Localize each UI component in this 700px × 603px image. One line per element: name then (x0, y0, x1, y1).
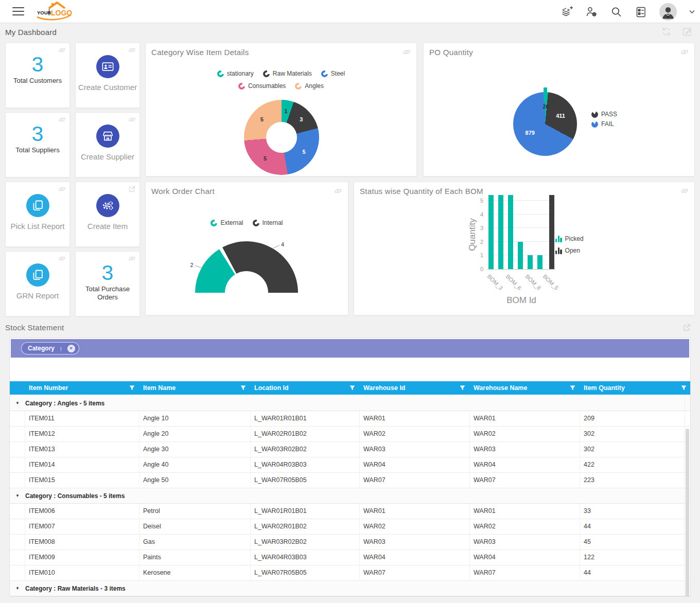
column-header-warehouse-id[interactable]: Warehouse Id (360, 381, 470, 395)
filter-icon[interactable] (349, 385, 355, 391)
column-header-item-quantity[interactable]: Item Quantity (580, 381, 691, 395)
link-icon[interactable] (334, 187, 342, 195)
gridline (487, 227, 555, 228)
legend-item[interactable]: Raw Materials (263, 70, 312, 77)
table-cell: ITEM008 (25, 535, 139, 549)
legend-item[interactable]: Steel (321, 70, 345, 77)
column-header-item-name[interactable]: Item Name (139, 381, 251, 395)
group-by-bar[interactable]: Category ↑ ✕ (11, 339, 689, 358)
group-chip-category[interactable]: Category ↑ ✕ (21, 342, 79, 354)
count-value: 3 (6, 54, 69, 75)
filter-icon[interactable] (460, 385, 465, 391)
filter-icon[interactable] (570, 385, 575, 391)
table-cell: 44 (580, 519, 691, 534)
group-label: Category : Raw Materials - 3 items (25, 585, 126, 592)
table-cell: ITEM007 (25, 519, 139, 534)
avatar[interactable] (659, 3, 677, 21)
legend-item[interactable]: Picked (555, 235, 584, 242)
column-header-location-id[interactable]: Location Id (251, 381, 360, 395)
card-pick-list-report[interactable]: Pick List Report (5, 182, 70, 247)
legend-item[interactable]: Angles (295, 82, 324, 90)
filter-icon[interactable] (681, 385, 687, 391)
x-tick-label: BOM_3 (486, 273, 504, 291)
link-icon[interactable] (402, 48, 411, 56)
table-row[interactable]: ITEM007DeiselL_WAR02R01B02WAR02WAR0244 (10, 519, 691, 535)
y-tick-label: 0 (480, 266, 483, 272)
column-header-warehouse-name[interactable]: Warehouse Name (470, 381, 580, 395)
table-row[interactable]: ITEM008GasL_WAR03R02B02WAR03WAR0345 (10, 535, 691, 550)
table-row[interactable]: ITEM013Angle 30L_WAR03R02B02WAR03WAR0330… (10, 442, 691, 457)
gauge-slice (222, 241, 298, 293)
table-row[interactable]: ITEM012Angle 20L_WAR02R01B02WAR02WAR0230… (10, 427, 691, 442)
card-create-supplier[interactable]: Create Supplier (75, 112, 140, 178)
legend-item[interactable]: Consumables (238, 82, 286, 90)
bar-picked (498, 195, 503, 269)
y-tick-label: 5 (480, 198, 483, 204)
card-total-customers[interactable]: 3 Total Customers (5, 43, 70, 108)
edit-icon[interactable] (682, 26, 693, 37)
column-header-item-number[interactable]: Item Number (25, 381, 139, 395)
task-list-icon[interactable] (635, 6, 647, 18)
table-cell: WAR07 (470, 565, 580, 580)
table-row[interactable]: ITEM015Angle 50L_WAR07R05B05WAR07WAR0722… (10, 473, 691, 488)
filter-icon[interactable] (129, 385, 135, 391)
search-icon[interactable] (610, 6, 622, 18)
chip-close-icon[interactable]: ✕ (67, 345, 75, 352)
user-settings-icon[interactable] (585, 6, 598, 18)
group-row[interactable]: ▼Category : Angles - 5 items (10, 396, 691, 411)
collapse-arrow-icon[interactable]: ▼ (10, 401, 25, 405)
table-cell: ITEM010 (25, 565, 139, 580)
table-row[interactable]: ITEM010KeroseneL_WAR07R05B05WAR07WAR0744 (10, 565, 691, 581)
legend-label: Open (565, 247, 580, 254)
row-indent-cell (10, 457, 25, 472)
legend-item[interactable]: stationary (217, 70, 254, 77)
legend-item[interactable]: Internal (253, 219, 283, 226)
table-row[interactable]: ITEM011Angle 10L_WAR01R01B01WAR01WAR0120… (10, 411, 691, 427)
chevron-down-icon[interactable] (689, 10, 695, 14)
x-tick-label: BOM_6 (505, 273, 523, 291)
collapse-arrow-icon[interactable]: ▼ (10, 586, 25, 591)
card-create-customer[interactable]: Create Customer (75, 43, 140, 108)
group-row[interactable]: ▼Category : Raw Materials - 3 items (10, 581, 691, 596)
filter-icon[interactable] (240, 385, 246, 391)
table-row[interactable]: ITEM006PetrolL_WAR01R01B01WAR01WAR0133 (10, 504, 691, 519)
table-cell: WAR03 (470, 442, 580, 457)
table-cell: ITEM011 (25, 411, 139, 426)
legend-label: External (220, 219, 243, 226)
bar-picked (488, 195, 494, 269)
x-axis-title: BOM Id (480, 295, 563, 306)
legend-label: Raw Materials (273, 70, 312, 77)
card-total-purchase-orders[interactable]: 3 Total Purchase Orders (75, 251, 140, 316)
menu-icon[interactable] (12, 7, 24, 17)
layers-add-icon[interactable] (561, 6, 573, 18)
app-logo[interactable]: YOUR LOGO (34, 1, 77, 25)
table-cell: L_WAR03R02B02 (251, 442, 360, 457)
row-indent-cell (10, 427, 25, 441)
table-cell: Kerosene (139, 565, 251, 580)
external-link-icon[interactable] (682, 323, 691, 332)
card-grn-report[interactable]: GRN Report (5, 251, 70, 316)
table-row[interactable]: ITEM009PaintsL_WAR04R03B03WAR04WAR04122 (10, 550, 691, 565)
legend-item[interactable]: PASS (591, 111, 617, 118)
slice-value-label: 20 (543, 103, 549, 110)
legend-item[interactable]: FAIL (591, 120, 614, 128)
link-icon[interactable] (680, 187, 689, 195)
cring-marker (253, 220, 259, 226)
header-spacer-cell (10, 381, 25, 395)
legend-item[interactable]: External (211, 219, 243, 226)
table-cell: Paints (139, 550, 251, 565)
link-icon[interactable] (680, 48, 689, 56)
sort-arrow-up-icon[interactable]: ↑ (59, 345, 63, 352)
slice-value-label: 879 (526, 130, 535, 136)
table-row[interactable]: ITEM014Angle 40L_WAR04R03B03WAR04WAR0442… (10, 457, 691, 473)
stock-statement-table: Category ↑ ✕ Item NumberItem NameLocatio… (9, 338, 691, 597)
scrollbar-thumb[interactable] (686, 429, 689, 597)
card-total-suppliers[interactable]: 3 Total Suppliers (5, 112, 70, 178)
card-label: GRN Report (6, 291, 69, 300)
group-row[interactable]: ▼Category : Consumables - 5 items (10, 488, 691, 504)
collapse-arrow-icon[interactable]: ▼ (10, 493, 25, 498)
card-create-item[interactable]: Create Item (75, 182, 140, 247)
table-cell: 122 (580, 550, 691, 565)
legend-item[interactable]: Open (555, 247, 580, 254)
refresh-icon[interactable] (661, 26, 672, 37)
